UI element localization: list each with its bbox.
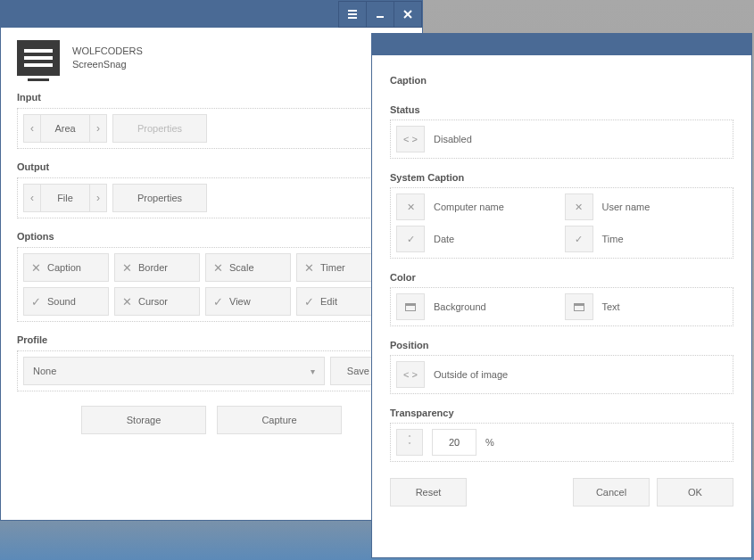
toggle-date[interactable]: ✓ Date (396, 226, 559, 252)
input-selector[interactable]: ‹ Area › (23, 114, 107, 143)
close-icon (402, 9, 413, 20)
color-label: Color (390, 268, 733, 287)
status-toggle[interactable]: < > Disabled (396, 126, 472, 152)
options-label: Options (17, 226, 406, 247)
output-label: Output (17, 156, 406, 177)
input-value: Area (41, 114, 89, 143)
option-edit[interactable]: ✓Edit (296, 287, 382, 316)
chevron-down-icon: ˅ (408, 442, 411, 449)
dialog-titlebar[interactable] (372, 34, 751, 55)
option-view[interactable]: ✓View (205, 287, 291, 316)
check-icon: ✓ (302, 295, 315, 309)
check-icon: ✓ (565, 226, 593, 252)
brand-text: WOLFCODERS ScreenSnag (72, 45, 143, 72)
rectangle-icon (565, 293, 593, 320)
x-icon: ✕ (211, 261, 224, 275)
option-sound[interactable]: ✓Sound (23, 287, 109, 316)
status-section: Status < > Disabled (390, 100, 733, 159)
position-label: Position (390, 335, 733, 355)
x-icon: ✕ (29, 261, 42, 275)
output-properties-button[interactable]: Properties (112, 184, 207, 212)
reset-button[interactable]: Reset (390, 478, 467, 506)
angle-brackets-icon: < > (396, 361, 425, 388)
status-label: Status (390, 100, 733, 119)
profile-section: Profile None ▾ Save As (17, 329, 406, 391)
option-label: Timer (320, 262, 345, 273)
chevron-down-icon: ▾ (311, 366, 315, 376)
option-label: Edit (320, 296, 337, 307)
option-label: Sound (47, 296, 76, 307)
color-background[interactable]: Background (396, 293, 559, 320)
options-section: Options ✕Caption ✕Border ✕Scale ✕Timer ✓… (17, 226, 406, 322)
input-label: Input (17, 86, 406, 108)
option-label: Scale (229, 262, 254, 273)
brand-product: ScreenSnag (72, 58, 143, 71)
profile-value: None (33, 366, 56, 376)
x-icon: ✕ (120, 261, 133, 275)
option-label: View (229, 296, 251, 307)
transparency-unit: % (485, 437, 494, 448)
x-icon: ✕ (120, 295, 133, 309)
ok-button[interactable]: OK (657, 478, 733, 506)
chevron-right-icon[interactable]: › (89, 184, 107, 212)
capture-button[interactable]: Capture (217, 406, 342, 434)
spinner-arrows[interactable]: ˄ ˅ (396, 429, 423, 456)
transparency-input[interactable]: 20 (432, 429, 476, 456)
output-selector[interactable]: ‹ File › (23, 184, 107, 212)
check-icon: ✓ (396, 226, 425, 252)
option-border[interactable]: ✕Border (114, 253, 200, 282)
brand: WOLFCODERS ScreenSnag (1, 28, 422, 85)
input-section: Input ‹ Area › Properties (17, 86, 406, 149)
option-scale[interactable]: ✕Scale (205, 253, 291, 282)
main-window: WOLFCODERS ScreenSnag Input ‹ Area › Pro… (0, 0, 423, 521)
cancel-button[interactable]: Cancel (573, 478, 650, 506)
chevron-left-icon[interactable]: ‹ (23, 184, 41, 212)
chevron-right-icon[interactable]: › (89, 114, 107, 143)
bottom-actions: Storage Capture (17, 406, 406, 434)
option-label: Border (138, 262, 168, 273)
dialog-title: Caption (390, 75, 733, 86)
check-icon: ✓ (29, 295, 42, 309)
input-properties-button[interactable]: Properties (112, 114, 207, 143)
x-icon: ✕ (396, 194, 425, 220)
close-button[interactable] (394, 1, 422, 28)
titlebar (1, 1, 422, 28)
dialog-footer: Reset Cancel OK (390, 478, 733, 506)
option-label: Caption (47, 262, 81, 273)
app-logo-icon (17, 40, 60, 76)
angle-brackets-icon: < > (396, 126, 425, 152)
menu-button[interactable] (338, 1, 367, 28)
system-caption-section: System Caption ✕ Computer name ✕ User na… (390, 168, 733, 259)
position-section: Position < > Outside of image (390, 335, 733, 394)
transparency-spinner[interactable]: ˄ ˅ 20 % (396, 429, 494, 456)
x-icon: ✕ (565, 194, 593, 220)
option-timer[interactable]: ✕Timer (296, 253, 382, 282)
option-caption[interactable]: ✕Caption (23, 253, 109, 282)
toggle-computer-name[interactable]: ✕ Computer name (396, 194, 559, 220)
x-icon: ✕ (302, 261, 315, 275)
caption-dialog: Caption Status < > Disabled System Capti… (371, 33, 752, 558)
color-section: Color Background Text (390, 268, 733, 326)
position-toggle[interactable]: < > Outside of image (396, 361, 508, 388)
rectangle-icon (396, 293, 425, 320)
transparency-section: Transparency ˄ ˅ 20 % (390, 403, 733, 462)
profile-dropdown[interactable]: None ▾ (23, 357, 325, 385)
output-value: File (41, 184, 89, 212)
storage-button[interactable]: Storage (81, 406, 206, 434)
brand-company: WOLFCODERS (72, 45, 143, 58)
profile-label: Profile (17, 329, 406, 350)
system-caption-label: System Caption (390, 168, 733, 187)
output-section: Output ‹ File › Properties (17, 156, 406, 218)
position-value: Outside of image (434, 369, 508, 380)
check-icon: ✓ (211, 295, 224, 309)
minimize-icon (375, 9, 385, 20)
chevron-left-icon[interactable]: ‹ (23, 114, 41, 143)
transparency-label: Transparency (390, 403, 733, 423)
color-text[interactable]: Text (565, 293, 728, 320)
toggle-time[interactable]: ✓ Time (565, 226, 728, 252)
option-label: Cursor (138, 296, 168, 307)
menu-icon (347, 10, 358, 19)
toggle-user-name[interactable]: ✕ User name (565, 194, 728, 220)
option-cursor[interactable]: ✕Cursor (114, 287, 200, 316)
minimize-button[interactable] (366, 1, 394, 28)
